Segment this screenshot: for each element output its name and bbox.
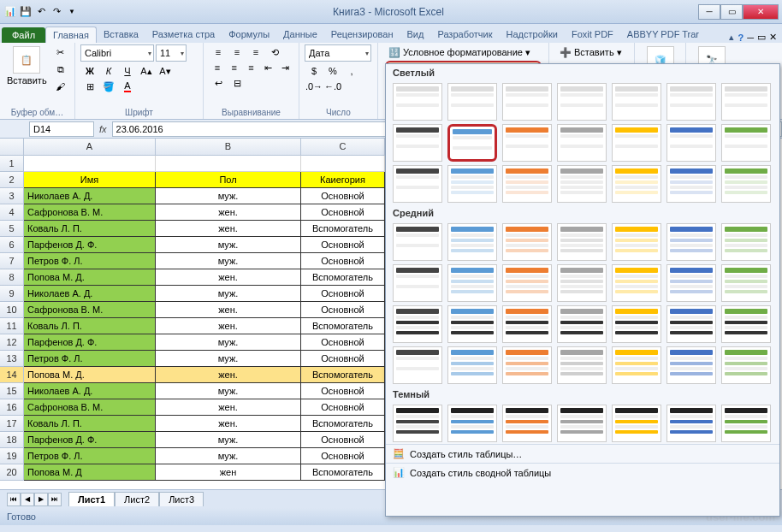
table-style-swatch[interactable]: [502, 405, 552, 442]
table-style-swatch[interactable]: [666, 305, 716, 343]
row-header[interactable]: 4: [0, 204, 24, 221]
indent-dec-icon[interactable]: ⇤: [259, 60, 276, 75]
row-header[interactable]: 9: [0, 286, 24, 302]
cell[interactable]: жен.: [156, 204, 301, 221]
cell[interactable]: Николаев А. Д.: [24, 286, 156, 302]
font-color-icon[interactable]: A: [118, 79, 137, 94]
tab-file[interactable]: Файл: [2, 27, 45, 43]
decrease-font-icon[interactable]: A▾: [156, 63, 175, 79]
cell[interactable]: Пол: [156, 172, 301, 188]
table-style-swatch[interactable]: [447, 223, 497, 261]
table-style-swatch[interactable]: [721, 346, 771, 384]
sheet-tab[interactable]: Лист2: [115, 492, 159, 506]
table-style-swatch[interactable]: [612, 305, 661, 343]
cell[interactable]: Коваль Л. П.: [24, 416, 156, 432]
sheet-tab[interactable]: Лист1: [68, 492, 115, 506]
fx-icon[interactable]: fx: [99, 124, 107, 134]
cell[interactable]: Основной: [301, 432, 385, 448]
tab-надстройки[interactable]: Надстройки: [500, 27, 565, 43]
increase-font-icon[interactable]: A▴: [137, 63, 156, 79]
table-style-swatch[interactable]: [557, 305, 607, 343]
save-icon[interactable]: 💾: [19, 5, 33, 19]
table-style-swatch[interactable]: [721, 223, 771, 261]
qat-dropdown-icon[interactable]: ▼: [65, 5, 79, 19]
currency-icon[interactable]: $: [305, 63, 323, 79]
cell[interactable]: Основной: [301, 204, 385, 221]
cell[interactable]: Попова М. Д.: [24, 367, 156, 383]
name-box[interactable]: D14: [29, 121, 94, 137]
row-header[interactable]: 19: [0, 448, 24, 464]
table-style-swatch[interactable]: [612, 223, 661, 261]
table-style-swatch[interactable]: [502, 223, 552, 261]
tab-вид[interactable]: Вид: [400, 27, 431, 43]
tab-рецензирован[interactable]: Рецензирован: [324, 27, 400, 43]
table-style-swatch[interactable]: [557, 165, 607, 203]
row-header[interactable]: 10: [0, 302, 24, 318]
table-style-swatch[interactable]: [721, 264, 771, 302]
select-all-corner[interactable]: [0, 139, 24, 156]
doc-close-icon[interactable]: ✕: [769, 32, 777, 43]
cell[interactable]: Парфенов Д. Ф.: [24, 432, 156, 448]
table-style-swatch[interactable]: [502, 264, 552, 302]
table-style-swatch[interactable]: [721, 83, 771, 121]
insert-cells-button[interactable]: ➕Вставить ▾: [556, 46, 627, 59]
cell[interactable]: Вспомогатель: [301, 221, 385, 237]
cut-icon[interactable]: ✂: [52, 44, 69, 60]
table-style-swatch[interactable]: [393, 405, 442, 442]
tab-формулы[interactable]: Формулы: [222, 27, 276, 43]
orientation-icon[interactable]: ⟲: [265, 44, 284, 60]
tab-разработчик[interactable]: Разработчик: [430, 27, 499, 43]
align-bottom-icon[interactable]: ≡: [246, 44, 265, 60]
table-style-swatch[interactable]: [666, 264, 716, 302]
format-painter-icon[interactable]: 🖌: [52, 79, 69, 94]
col-header[interactable]: B: [156, 139, 301, 156]
cell[interactable]: жен.: [156, 318, 301, 334]
table-style-swatch[interactable]: [447, 305, 497, 343]
cell[interactable]: [24, 156, 156, 172]
merge-icon[interactable]: ⊟: [228, 75, 246, 91]
cell[interactable]: жен.: [156, 302, 301, 318]
cell[interactable]: Сафронова В. М.: [24, 204, 156, 221]
cell[interactable]: муж.: [156, 383, 301, 399]
new-pivot-style-button[interactable]: 📊Создать стиль сводной таблицы: [386, 463, 779, 482]
cell[interactable]: жен.: [156, 367, 301, 383]
cell[interactable]: Вспомогатель: [301, 269, 385, 286]
cell[interactable]: Сафронова В. М.: [24, 399, 156, 416]
table-style-swatch[interactable]: [447, 264, 497, 302]
tab-nav-last-icon[interactable]: ⏭: [48, 493, 62, 506]
italic-icon[interactable]: К: [99, 63, 118, 79]
cell[interactable]: муж.: [156, 448, 301, 464]
redo-icon[interactable]: ↷: [50, 5, 63, 19]
cell[interactable]: жен.: [156, 269, 301, 286]
cell[interactable]: [301, 156, 385, 172]
table-style-swatch[interactable]: [447, 346, 497, 384]
row-header[interactable]: 17: [0, 416, 24, 432]
table-style-swatch[interactable]: [557, 264, 607, 302]
cell[interactable]: Петров Ф. Л.: [24, 253, 156, 269]
table-style-swatch[interactable]: [393, 223, 442, 261]
cell[interactable]: Сафронова В. М.: [24, 302, 156, 318]
cell[interactable]: Основной: [301, 399, 385, 416]
cell[interactable]: Попова М. Д: [24, 464, 156, 481]
table-style-swatch[interactable]: [612, 405, 661, 442]
row-header[interactable]: 7: [0, 253, 24, 269]
table-style-swatch[interactable]: [721, 305, 771, 343]
table-style-swatch[interactable]: [393, 165, 442, 203]
cell[interactable]: Основной: [301, 188, 385, 204]
table-style-swatch[interactable]: [502, 124, 552, 162]
table-style-swatch[interactable]: [666, 346, 716, 384]
table-style-swatch[interactable]: [612, 124, 661, 162]
table-style-swatch[interactable]: [557, 405, 607, 442]
table-style-swatch[interactable]: [502, 165, 552, 203]
percent-icon[interactable]: %: [323, 63, 342, 79]
table-style-swatch[interactable]: [393, 83, 442, 121]
table-style-swatch[interactable]: [721, 405, 771, 442]
close-button[interactable]: ✕: [743, 4, 779, 20]
cell[interactable]: Основной: [301, 334, 385, 351]
table-style-swatch[interactable]: [666, 165, 716, 203]
cell[interactable]: Парфенов Д. Ф.: [24, 334, 156, 351]
cell[interactable]: Николаев А. Д.: [24, 383, 156, 399]
table-style-swatch[interactable]: [393, 346, 442, 384]
inc-decimal-icon[interactable]: .0→: [305, 79, 323, 94]
align-right-icon[interactable]: ≡: [243, 60, 260, 75]
